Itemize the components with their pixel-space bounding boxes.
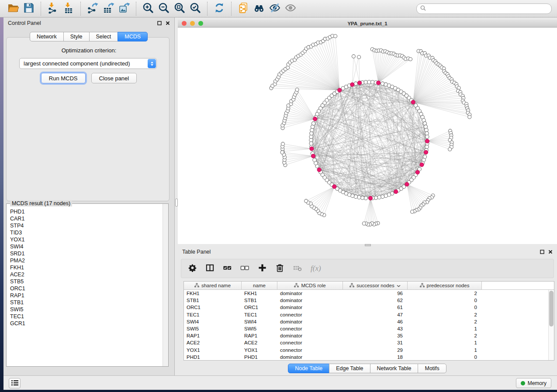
- criterion-select[interactable]: largest connected component (undirected): [19, 58, 157, 69]
- tab-select[interactable]: Select: [89, 32, 118, 41]
- cell-predecessor-nodes[interactable]: 2: [408, 290, 482, 297]
- zoom-in-button[interactable]: [142, 2, 155, 15]
- float-panel-icon[interactable]: [540, 250, 544, 254]
- export-network-button[interactable]: [86, 2, 99, 15]
- cell-shared-name[interactable]: SWI4: [184, 318, 242, 325]
- column-header-shared-name[interactable]: shared name: [184, 282, 242, 289]
- table-row[interactable]: SWI5SWI5connector431: [184, 325, 554, 332]
- cell-name[interactable]: FKH1: [242, 290, 277, 297]
- list-item[interactable]: GCR1: [10, 320, 163, 327]
- list-item[interactable]: PMA2: [10, 257, 163, 264]
- cell-shared-name[interactable]: FKH1: [184, 290, 242, 297]
- list-item[interactable]: SRD1: [10, 250, 163, 257]
- network-titlebar[interactable]: YPA_prune.txt_1: [178, 20, 557, 28]
- list-item[interactable]: RAP1: [10, 292, 163, 299]
- cell-predecessor-nodes[interactable]: 0: [408, 297, 482, 304]
- cell-name[interactable]: STB1: [242, 297, 277, 304]
- toggle-columns-button[interactable]: [205, 263, 214, 274]
- cell-shared-name[interactable]: STB1: [184, 297, 242, 304]
- add-row-button[interactable]: [258, 263, 267, 274]
- cell-shared-name[interactable]: ACE2: [184, 339, 242, 346]
- show-selected-button[interactable]: [284, 2, 297, 15]
- table-row[interactable]: ORC1ORC1dominator610: [184, 304, 554, 311]
- tab-network[interactable]: Network: [30, 32, 64, 41]
- result-scrollbar[interactable]: [163, 204, 168, 366]
- table-row[interactable]: SWI4SWI4dominator462: [184, 318, 554, 325]
- cell-name[interactable]: ORC1: [242, 304, 277, 311]
- cell-predecessor-nodes[interactable]: 1: [408, 347, 482, 354]
- cell-successor-nodes[interactable]: 31: [343, 339, 408, 346]
- network-canvas[interactable]: [178, 28, 557, 244]
- list-item[interactable]: ORC1: [10, 285, 163, 292]
- cell-name[interactable]: YOX1: [242, 347, 277, 354]
- table-row[interactable]: YOX1YOX1connector291: [184, 347, 554, 354]
- tab-network-table[interactable]: Network Table: [370, 364, 419, 373]
- list-item[interactable]: ACE2: [10, 271, 163, 278]
- cell-MCDS-role[interactable]: dominator: [277, 318, 343, 325]
- tab-motifs[interactable]: Motifs: [418, 364, 446, 373]
- cell-MCDS-role[interactable]: connector: [277, 347, 343, 354]
- list-item[interactable]: FKH1: [10, 264, 163, 271]
- import-network-button[interactable]: [46, 2, 59, 15]
- cell-shared-name[interactable]: TEC1: [184, 311, 242, 318]
- cell-MCDS-role[interactable]: connector: [277, 311, 343, 318]
- table-row[interactable]: RAP1RAP1dominator352: [184, 332, 554, 339]
- zoom-out-button[interactable]: [157, 2, 170, 15]
- unselect-all-rows-button[interactable]: [240, 263, 249, 274]
- cell-successor-nodes[interactable]: 35: [343, 332, 408, 339]
- zoom-selected-button[interactable]: [189, 2, 202, 15]
- cell-shared-name[interactable]: ORC1: [184, 304, 242, 311]
- list-item[interactable]: SWI4: [10, 243, 163, 250]
- export-table-button[interactable]: [102, 2, 115, 15]
- cell-successor-nodes[interactable]: 62: [343, 297, 408, 304]
- cell-name[interactable]: SWI4: [242, 318, 277, 325]
- zoom-fit-button[interactable]: [173, 2, 186, 15]
- table-row[interactable]: PHD1PHD1dominator180: [184, 354, 554, 361]
- cell-successor-nodes[interactable]: 29: [343, 347, 408, 354]
- open-file-button[interactable]: [7, 2, 20, 15]
- list-item[interactable]: STB5: [10, 278, 163, 285]
- column-settings-button[interactable]: [188, 263, 197, 274]
- cell-MCDS-role[interactable]: dominator: [277, 297, 343, 304]
- cell-name[interactable]: RAP1: [242, 332, 277, 339]
- minimize-window-icon[interactable]: [190, 21, 195, 26]
- table-row[interactable]: FKH1FKH1dominator962: [184, 290, 554, 297]
- delete-table-button[interactable]: [293, 263, 302, 274]
- delete-rows-button[interactable]: [275, 263, 284, 274]
- cell-name[interactable]: SWI5: [242, 325, 277, 332]
- save-session-button[interactable]: [22, 2, 35, 15]
- cell-successor-nodes[interactable]: 61: [343, 304, 408, 311]
- list-item[interactable]: SWI5: [10, 306, 163, 313]
- maximize-window-icon[interactable]: [198, 21, 203, 26]
- network-from-file-button[interactable]: [237, 2, 250, 15]
- list-item[interactable]: PHD1: [10, 208, 163, 215]
- table-scrollbar[interactable]: [548, 290, 554, 360]
- cell-MCDS-role[interactable]: connector: [277, 339, 343, 346]
- function-builder-button[interactable]: f(x): [311, 264, 321, 273]
- memory-button[interactable]: Memory: [516, 378, 551, 388]
- tab-edge-table[interactable]: Edge Table: [329, 364, 370, 373]
- search-input[interactable]: [428, 5, 548, 12]
- cell-predecessor-nodes[interactable]: 1: [408, 339, 482, 346]
- close-panel-icon[interactable]: [166, 21, 170, 25]
- table-row[interactable]: TEC1TEC1connector472: [184, 311, 554, 318]
- select-all-rows-button[interactable]: [223, 263, 232, 274]
- cell-MCDS-role[interactable]: dominator: [277, 290, 343, 297]
- cell-shared-name[interactable]: SWI5: [184, 325, 242, 332]
- cell-predecessor-nodes[interactable]: 2: [408, 318, 482, 325]
- list-item[interactable]: STP4: [10, 222, 163, 229]
- list-item[interactable]: TEC1: [10, 313, 163, 320]
- cell-predecessor-nodes[interactable]: 2: [408, 311, 482, 318]
- column-header-successor-nodes[interactable]: successor nodes: [343, 282, 408, 289]
- cell-predecessor-nodes[interactable]: 0: [408, 304, 482, 311]
- float-panel-icon[interactable]: [157, 21, 162, 25]
- column-header-name[interactable]: name: [242, 282, 277, 289]
- cell-MCDS-role[interactable]: connector: [277, 325, 343, 332]
- close-panel-button[interactable]: Close panel: [91, 73, 137, 83]
- import-table-button[interactable]: [62, 2, 75, 15]
- scrollbar-thumb[interactable]: [549, 291, 554, 327]
- cell-shared-name[interactable]: RAP1: [184, 332, 242, 339]
- cell-name[interactable]: ACE2: [242, 339, 277, 346]
- task-history-button[interactable]: [9, 378, 21, 389]
- tab-mcds[interactable]: MCDS: [118, 32, 148, 41]
